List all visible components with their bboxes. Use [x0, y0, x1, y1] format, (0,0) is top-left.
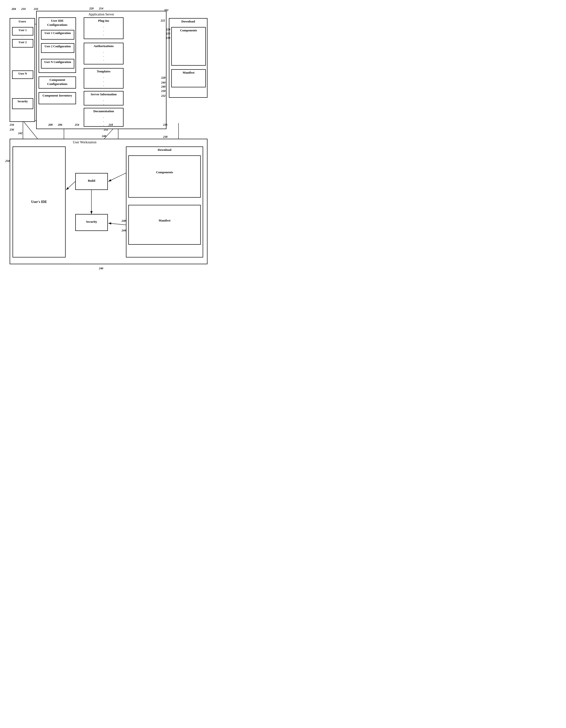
- user1-config-label: User 1 Configuration: [41, 30, 74, 36]
- ref-240b: 240: [122, 219, 126, 223]
- user2-box: User 2: [12, 39, 33, 48]
- download-bottom-label: Download: [126, 147, 203, 153]
- ref-224: 224: [166, 28, 170, 31]
- download-top-outer-box: Download Components Manifest: [169, 18, 207, 98]
- build-box: Build: [75, 173, 108, 190]
- ref-252: 252: [104, 128, 108, 132]
- application-server-box: Application Server User IDE Configuratio…: [36, 11, 166, 129]
- application-server-label: Application Server: [37, 11, 166, 18]
- ref-226: 226: [166, 32, 170, 35]
- ref-204: 204: [12, 7, 16, 11]
- ref-240-top: 240: [161, 85, 166, 89]
- ref-250: 250: [5, 159, 10, 163]
- user2-label: User 2: [13, 40, 33, 45]
- server-info-dots: ..: [84, 97, 123, 107]
- diagram: 204 210 216 220 214 202 Application Serv…: [5, 5, 212, 275]
- ref-254: 254: [75, 123, 79, 127]
- documentation-box: Documentation ...: [84, 108, 124, 127]
- ref-218: 218: [109, 123, 113, 127]
- manifest-bottom-box: Manifest: [128, 205, 201, 245]
- templates-box: Templates ...: [84, 68, 124, 89]
- svg-line-30: [66, 181, 75, 190]
- ref-206: 206: [58, 123, 62, 127]
- documentation-dots: ...: [84, 114, 123, 127]
- userN-config-box: User N Configuration: [41, 59, 74, 69]
- ref-220: 220: [89, 7, 94, 10]
- components-bottom-label: Components: [129, 156, 200, 175]
- users-ide-box: User's IDE: [13, 146, 66, 257]
- download-bottom-outer-box: Download Components Manifest: [126, 146, 203, 257]
- ref-236b: 236: [163, 123, 167, 127]
- svg-line-32: [108, 223, 126, 225]
- ref-216: 216: [34, 7, 38, 11]
- server-information-box: Server Information ..: [84, 91, 124, 105]
- ref-222: 222: [161, 19, 165, 22]
- ref-236: 236: [10, 128, 14, 132]
- security-left-label: Security: [13, 99, 33, 104]
- user2-config-label: User 2 Configuration: [41, 44, 74, 49]
- ref-244-top: 244: [161, 81, 166, 84]
- authorizations-box: Authorizations ...: [84, 43, 124, 64]
- plugins-box: Plug-ins ...: [84, 17, 124, 39]
- workstation-outer-box: User Workstation 248 User's IDE Build Se…: [10, 139, 207, 264]
- security-bottom-label: Security: [76, 215, 107, 225]
- ref-234: 234: [10, 123, 14, 127]
- users-ide-label: User's IDE: [13, 200, 65, 204]
- user2-config-box: User 2 Configuration: [41, 43, 74, 53]
- ref-248: 248: [102, 134, 106, 138]
- plugins-label: Plug-ins: [84, 18, 123, 24]
- ref-242: 242: [18, 132, 22, 135]
- component-inventory-box: Component Inventory: [39, 92, 76, 104]
- user-ide-configs-box: User IDE Configurations User 1 Configura…: [39, 17, 76, 73]
- svg-line-31: [108, 173, 126, 181]
- components-bottom-box: Components: [128, 155, 201, 198]
- ref-232: 232: [161, 94, 166, 98]
- security-bottom-box: Security: [75, 214, 108, 231]
- documentation-label: Documentation: [84, 108, 123, 114]
- ref-238-top: 238: [166, 36, 170, 40]
- ref-210: 210: [21, 7, 26, 11]
- build-label: Build: [76, 173, 107, 184]
- user-ide-configs-label: User IDE Configurations: [39, 18, 76, 28]
- ref-238b: 238: [163, 135, 167, 139]
- authorizations-dots: ...: [84, 49, 123, 62]
- user1-box: User 1: [12, 27, 33, 35]
- user1-label: User 1: [13, 28, 33, 33]
- ref-214: 214: [99, 7, 103, 10]
- userN-config-label: User N Configuration: [41, 59, 74, 65]
- users-label: Users: [10, 19, 35, 25]
- server-information-label: Server Information: [84, 91, 123, 97]
- ref-244b: 244: [122, 229, 126, 232]
- authorizations-label: Authorizations: [84, 43, 123, 49]
- download-top-label: Download: [169, 19, 207, 25]
- templates-label: Templates: [84, 69, 123, 75]
- security-left-box: Security: [12, 98, 33, 109]
- templates-dots: ...: [84, 75, 123, 88]
- components-top-label: Components: [172, 28, 205, 34]
- ref-230: 230: [161, 89, 166, 93]
- userN-box: User N: [12, 70, 33, 79]
- ref-208: 208: [48, 123, 53, 127]
- ref-246: 246: [99, 267, 103, 270]
- users-box: Users User 1 User 2 ... User N Security: [10, 18, 35, 122]
- user1-config-box: User 1 Configuration: [41, 30, 74, 40]
- userN-label: User N: [13, 71, 33, 77]
- ref-228: 228: [161, 76, 166, 80]
- component-inventory-label: Component Inventory: [39, 93, 76, 99]
- manifest-top-box: Manifest: [171, 69, 206, 87]
- manifest-bottom-label: Manifest: [129, 205, 200, 224]
- manifest-top-label: Manifest: [172, 70, 205, 76]
- component-configs-label: Component Configurations: [39, 77, 76, 87]
- component-configs-box: Component Configurations: [39, 76, 76, 89]
- plugins-dots: ...: [84, 24, 123, 37]
- user-workstation-label: User Workstation: [73, 140, 97, 144]
- components-top-box: Components: [171, 27, 206, 66]
